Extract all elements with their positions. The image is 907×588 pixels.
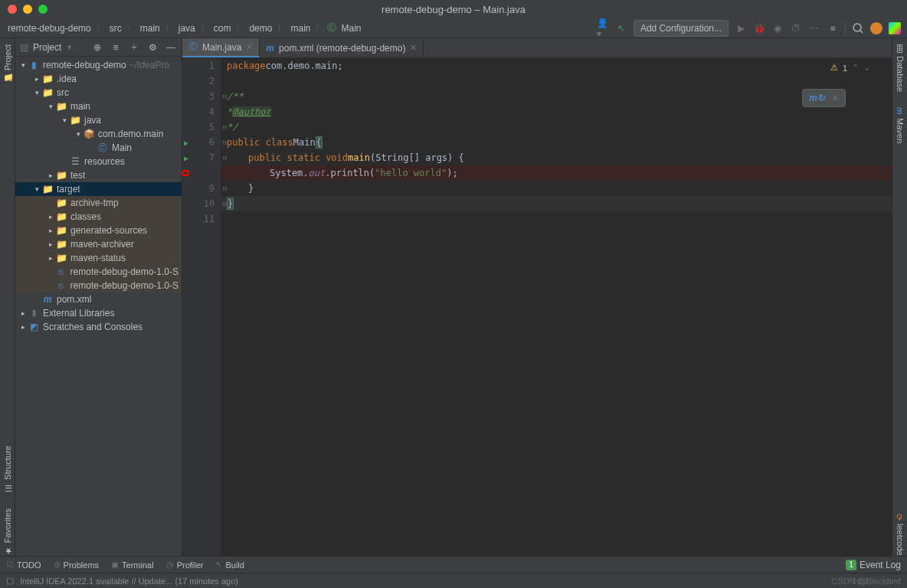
rail-database[interactable]: 🗄Database: [896, 44, 905, 92]
crumb-com[interactable]: com: [212, 23, 233, 34]
tree-ext-lib[interactable]: ▸⫴External Libraries: [15, 306, 182, 320]
hide-panel-icon[interactable]: —: [165, 41, 177, 54]
select-opened-icon[interactable]: ⊕: [91, 41, 103, 54]
maven-icon: m: [266, 43, 274, 54]
rail-leetcode[interactable]: ⟳leetcode: [895, 514, 905, 556]
maven-reload-panel[interactable]: m↻ ✕: [802, 89, 846, 107]
tree-test[interactable]: ▸📁test: [15, 168, 182, 182]
fold-icon[interactable]: ⊟: [223, 139, 227, 146]
crumb-main[interactable]: main: [139, 23, 162, 34]
fold-icon[interactable]: ⊟: [223, 154, 227, 162]
crumb-src[interactable]: src: [108, 23, 123, 34]
tree-jar1[interactable]: ▸⎋remote-debug-demo-1.0-S: [15, 265, 182, 279]
btab-profiler[interactable]: ◷Profiler: [166, 560, 204, 570]
tree-main-class[interactable]: ▸ⒸMain: [15, 141, 182, 155]
maximize-window-button[interactable]: [38, 5, 47, 14]
fold-icon[interactable]: ⊟: [223, 93, 227, 100]
avatar-icon[interactable]: [870, 22, 882, 34]
tree-pom[interactable]: ▸mpom.xml: [15, 292, 182, 306]
close-window-button[interactable]: [8, 5, 17, 14]
crumb-demo[interactable]: demo: [247, 23, 273, 34]
expand-all-icon[interactable]: ≡: [110, 41, 122, 54]
status-message[interactable]: IntelliJ IDEA 2022.1 available // Update…: [20, 577, 238, 586]
code[interactable]: package com.demo.main; /** * @author */ …: [221, 58, 892, 556]
btab-terminal[interactable]: ▣Terminal: [111, 560, 154, 570]
tree-java[interactable]: ▾📁java: [15, 113, 182, 127]
rail-project[interactable]: 📁Project: [2, 44, 12, 83]
minimize-window-button[interactable]: [23, 5, 32, 14]
hammer-icon[interactable]: ↖: [615, 22, 627, 34]
chevron-down-icon[interactable]: ⌄: [863, 63, 870, 73]
editor-inspection[interactable]: ⚠ 1 ⌃ ⌄: [830, 63, 870, 73]
run-gutter-icon[interactable]: ▶: [184, 139, 188, 147]
crumb-mainpkg[interactable]: main: [289, 23, 312, 34]
line-number: 6: [209, 137, 214, 148]
event-count-badge: 1: [846, 560, 856, 570]
btab-problems[interactable]: ⊘Problems: [54, 560, 99, 570]
line-number: 7: [209, 152, 214, 163]
tree-root[interactable]: ▾▮remote-debug-demo~/IdeaPro: [15, 58, 182, 72]
tree-src[interactable]: ▾📁src: [15, 86, 182, 100]
rail-favorites[interactable]: ★Favorites: [2, 508, 12, 556]
toolbar-right: 👤▾ ↖ Add Configuration... ▶ 🐞 ◉ ⏱ ⋯ ■: [597, 20, 901, 37]
tree-idea[interactable]: ▸📁.idea: [15, 72, 182, 86]
tree-maven-status[interactable]: ▸📁maven-status: [15, 251, 182, 265]
tree-jar2[interactable]: ▸⎋remote-debug-demo-1.0-S: [15, 279, 182, 292]
gutter[interactable]: 1 2 3⊟ 4 5⊟ ▶6⊟ ▶7⊟ 8 9⊟ 10⊟ 11: [182, 58, 221, 556]
line-number: 10: [204, 198, 214, 209]
run-gutter-icon[interactable]: ▶: [184, 154, 188, 162]
btab-build[interactable]: ↖Build: [215, 560, 244, 570]
chevron-right-icon: 〉: [277, 21, 286, 34]
crumb-project[interactable]: remote-debug-demo: [6, 23, 93, 34]
fold-icon[interactable]: ⊟: [223, 123, 227, 131]
search-icon[interactable]: [852, 22, 864, 34]
chevron-up-icon[interactable]: ⌃: [852, 63, 859, 73]
editor-body[interactable]: 1 2 3⊟ 4 5⊟ ▶6⊟ ▶7⊟ 8 9⊟ 10⊟ 11 package …: [182, 58, 892, 556]
fold-icon[interactable]: ⊟: [223, 200, 227, 207]
coverage-icon[interactable]: ◉: [771, 22, 784, 34]
attach-icon[interactable]: ⋯: [808, 22, 820, 34]
btab-todo[interactable]: ☑TODO: [6, 560, 41, 570]
build-icon: ↖: [215, 560, 222, 570]
fold-icon[interactable]: ⊟: [223, 185, 227, 192]
tab-pom-xml[interactable]: m pom.xml (remote-debug-demo) ✕: [260, 38, 424, 57]
tree-maven-archiver[interactable]: ▸📁maven-archiver: [15, 237, 182, 251]
collapse-all-icon[interactable]: ÷: [128, 41, 140, 54]
close-icon[interactable]: ✕: [831, 93, 839, 103]
rail-structure[interactable]: ☰Structure: [2, 446, 12, 493]
run-icon[interactable]: ▶: [735, 22, 747, 34]
stop-icon[interactable]: ■: [827, 22, 839, 34]
btab-event-log[interactable]: 1 Event Log: [846, 560, 901, 570]
close-tab-icon[interactable]: ✕: [246, 42, 253, 52]
chevron-right-icon: 〉: [126, 21, 136, 34]
tree-resources[interactable]: ▸☰resources: [15, 155, 182, 168]
project-panel-label[interactable]: Project: [33, 42, 61, 53]
line-number: 4: [209, 106, 214, 117]
tab-main-java[interactable]: Ⓒ Main.java ✕: [182, 38, 260, 57]
crumb-java[interactable]: java: [177, 23, 197, 34]
tree-archive-tmp[interactable]: ▸📁archive-tmp: [15, 196, 182, 210]
user-icon[interactable]: 👤▾: [597, 22, 609, 34]
caret-position[interactable]: 10:2: [853, 577, 869, 586]
tree-main[interactable]: ▾📁main: [15, 100, 182, 113]
line-number: 3: [209, 91, 214, 102]
status-icon[interactable]: ▢: [6, 576, 14, 586]
tree-classes[interactable]: ▸📁classes: [15, 210, 182, 224]
code-with-me-icon[interactable]: [889, 22, 901, 34]
gear-icon[interactable]: ⚙: [146, 41, 159, 54]
crumb-class[interactable]: Main: [339, 23, 362, 34]
add-configuration-button[interactable]: Add Configuration...: [634, 20, 729, 37]
tree-target[interactable]: ▾📁target: [15, 182, 182, 196]
tree-scratches[interactable]: ▸◩Scratches and Consoles: [15, 320, 182, 334]
rail-maven[interactable]: mMaven: [896, 107, 905, 143]
profiler-icon[interactable]: ⏱: [790, 22, 802, 34]
tree-generated-sources[interactable]: ▸📁generated-sources: [15, 224, 182, 237]
editor-tabs: Ⓒ Main.java ✕ m pom.xml (remote-debug-de…: [182, 38, 892, 58]
left-rail: 📁Project ☰Structure ★Favorites: [0, 38, 15, 556]
tree-pkg[interactable]: ▾📦com.demo.main: [15, 127, 182, 141]
maven-reload-icon[interactable]: m↻: [809, 93, 825, 103]
dropdown-arrow-icon[interactable]: ▼: [66, 44, 73, 51]
separator: [845, 22, 846, 34]
debug-icon[interactable]: 🐞: [753, 22, 765, 34]
close-tab-icon[interactable]: ✕: [410, 43, 417, 53]
